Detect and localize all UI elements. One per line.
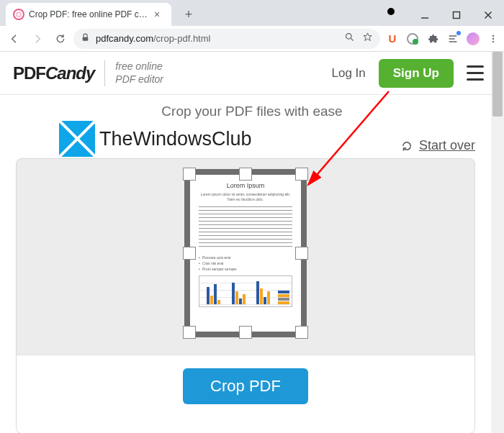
- watermark-overlay: TheWindowsClub: [59, 121, 252, 157]
- pdf-body-lines: [199, 206, 292, 250]
- svg-rect-4: [83, 37, 89, 40]
- page-subheadline: Crop your PDF files with ease: [0, 95, 504, 124]
- svg-point-8: [492, 37, 494, 39]
- ubersuggest-extension-icon[interactable]: U: [386, 32, 399, 45]
- crop-handle-b[interactable]: [239, 326, 252, 339]
- hamburger-menu-icon[interactable]: [467, 65, 484, 81]
- pdf-subtitle: Lorem ipsum dolor sit amet, consectetuer…: [199, 192, 292, 202]
- lock-icon: [81, 32, 90, 45]
- window-controls: [387, 4, 504, 26]
- crop-pdf-button[interactable]: Crop PDF: [183, 368, 308, 404]
- crop-handle-tr[interactable]: [295, 168, 308, 181]
- thewindowsclub-logo-icon: [59, 121, 95, 157]
- browser-tab-active[interactable]: Crop PDF: free online PDF cropp ×: [6, 3, 171, 26]
- signup-button[interactable]: Sign Up: [379, 59, 454, 88]
- nav-reload-button[interactable]: [50, 29, 71, 49]
- action-bar: Crop PDF: [17, 355, 474, 433]
- refresh-icon: [400, 140, 413, 152]
- url-text: pdfcandy.com/crop-pdf.html: [96, 33, 210, 44]
- extensions-puzzle-icon[interactable]: [426, 32, 439, 45]
- crop-card: Lorem Ipsum Lorem ipsum dolor sit amet, …: [16, 158, 475, 433]
- svg-rect-1: [454, 12, 460, 19]
- profile-avatar-icon[interactable]: [467, 32, 480, 45]
- crop-canvas[interactable]: Lorem Ipsum Lorem ipsum dolor sit amet, …: [17, 159, 474, 355]
- bookmark-star-icon[interactable]: [362, 32, 373, 45]
- window-maximize-button[interactable]: [441, 4, 472, 26]
- svg-line-6: [351, 38, 353, 40]
- crop-handle-r[interactable]: [295, 247, 308, 260]
- svg-point-9: [492, 40, 494, 42]
- window-minimize-button[interactable]: [409, 4, 441, 26]
- crop-handle-tl[interactable]: [183, 168, 196, 181]
- page-content: PDFCandy free onlinePDF editor Log In Si…: [0, 52, 504, 433]
- address-bar[interactable]: pdfcandy.com/crop-pdf.html: [73, 29, 380, 49]
- watermark-text: TheWindowsClub: [99, 128, 252, 150]
- browser-chrome: Crop PDF: free online PDF cropp × + pdfc…: [0, 0, 504, 52]
- grammarly-extension-icon[interactable]: [406, 32, 419, 45]
- zoom-icon[interactable]: [344, 32, 355, 45]
- extension-icons: U: [383, 32, 500, 45]
- nav-back-button[interactable]: [4, 29, 24, 49]
- scrollbar-thumb[interactable]: [492, 52, 503, 117]
- start-over-link[interactable]: Start over: [400, 138, 475, 153]
- crop-handle-bl[interactable]: [183, 326, 196, 339]
- browser-tab-strip: Crop PDF: free online PDF cropp × +: [0, 0, 504, 26]
- crop-handle-br[interactable]: [295, 326, 308, 339]
- svg-point-7: [492, 35, 494, 36]
- pdf-bullet-list: Posuere quis erat Cras nisi erat Proin s…: [199, 254, 292, 273]
- tab-close-icon[interactable]: ×: [154, 9, 164, 20]
- pdf-page-content: Lorem Ipsum Lorem ipsum dolor sit amet, …: [190, 175, 301, 332]
- browser-toolbar: pdfcandy.com/crop-pdf.html U: [0, 26, 504, 52]
- media-indicator-icon: [387, 8, 395, 15]
- svg-point-5: [346, 34, 352, 40]
- vertical-scrollbar[interactable]: [491, 52, 504, 433]
- site-header: PDFCandy free onlinePDF editor Log In Si…: [0, 52, 504, 95]
- new-tab-button[interactable]: +: [179, 4, 199, 24]
- crop-handle-l[interactable]: [183, 247, 196, 260]
- favicon-pdfcandy-icon: [13, 9, 24, 20]
- chrome-menu-icon[interactable]: [487, 32, 500, 45]
- pdf-title: Lorem Ipsum: [227, 182, 265, 189]
- nav-forward-button[interactable]: [27, 29, 48, 49]
- crop-handle-t[interactable]: [239, 168, 252, 181]
- site-logo[interactable]: PDFCandy free onlinePDF editor: [13, 60, 163, 86]
- pdf-page-preview[interactable]: Lorem Ipsum Lorem ipsum dolor sit amet, …: [184, 169, 307, 337]
- pdf-chart-thumbnail: [199, 275, 292, 307]
- tab-title: Crop PDF: free online PDF cropp: [29, 9, 150, 19]
- login-link[interactable]: Log In: [332, 66, 366, 81]
- reading-list-icon[interactable]: [446, 32, 459, 45]
- window-close-button[interactable]: [472, 4, 504, 26]
